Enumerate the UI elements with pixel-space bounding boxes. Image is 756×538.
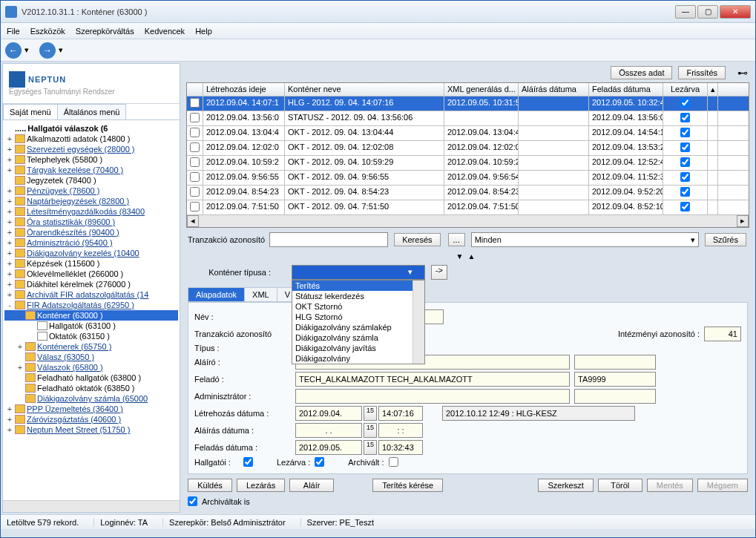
sender-code-input[interactable] bbox=[574, 372, 656, 387]
tree-item[interactable]: +Adminisztráció (95400 ) bbox=[4, 237, 178, 248]
tree-scrollbar[interactable] bbox=[3, 500, 180, 512]
row-closed-checkbox[interactable] bbox=[680, 113, 690, 122]
tree-item[interactable]: +Konténerek (65750 ) bbox=[4, 341, 178, 352]
tree-item[interactable]: Diákigazolvány számla (65000 bbox=[4, 393, 178, 404]
type-option[interactable]: Státusz lekerdezés bbox=[292, 291, 424, 301]
table-row[interactable]: 2012.09.04. 9:56:55OKT - 2012. 09. 04. 9… bbox=[187, 171, 749, 186]
menu-favorites[interactable]: Kedvencek bbox=[145, 27, 185, 36]
sent-date-input[interactable] bbox=[295, 440, 362, 455]
col-scroll-up[interactable]: ▴ bbox=[708, 83, 718, 96]
refresh-button[interactable]: Frissítés bbox=[678, 66, 726, 79]
type-apply-button[interactable]: -> bbox=[431, 265, 447, 280]
tree-item[interactable]: +Diákigazolvány kezelés (10400 bbox=[4, 248, 178, 258]
tab-xml[interactable]: XML bbox=[244, 287, 277, 302]
tree-item[interactable]: +Képzések (115600 ) bbox=[4, 258, 178, 269]
close-container-button[interactable]: Lezárás bbox=[237, 479, 285, 492]
tree-item[interactable]: Oktatók (63150 ) bbox=[4, 331, 178, 341]
tree[interactable]: .....Hallgatói válaszok (6 +Alkalmazotti… bbox=[3, 120, 180, 500]
signed-date-picker-icon[interactable]: 15 bbox=[364, 423, 377, 438]
archived-too-checkbox[interactable] bbox=[188, 496, 197, 506]
archived-checkbox[interactable] bbox=[389, 457, 398, 467]
table-row[interactable]: 2012.09.04. 10:59:2OKT - 2012. 09. 04. 1… bbox=[187, 156, 749, 171]
col-closed[interactable]: Lezárva bbox=[663, 83, 708, 96]
row-checkbox[interactable] bbox=[190, 142, 200, 152]
col-checkbox[interactable] bbox=[187, 83, 203, 96]
minimize-button[interactable]: — bbox=[675, 5, 696, 19]
table-row[interactable]: 2012.09.04. 14:07:1HLG - 2012. 09. 04. 1… bbox=[187, 96, 749, 111]
row-closed-checkbox[interactable] bbox=[680, 142, 690, 152]
spread-button[interactable]: Terítés kérése bbox=[372, 479, 443, 492]
filter-button[interactable]: Szűrés bbox=[705, 233, 746, 246]
tree-item[interactable]: Jegyzetek (78400 ) bbox=[4, 175, 178, 186]
tree-item[interactable]: +Naptárbejegyzések (82800 ) bbox=[4, 196, 178, 206]
row-checkbox[interactable] bbox=[190, 172, 200, 182]
type-option[interactable]: Terítés bbox=[292, 281, 424, 291]
col-created[interactable]: Létrehozás ideje bbox=[203, 83, 285, 96]
menu-file[interactable]: File bbox=[7, 27, 20, 36]
row-closed-checkbox[interactable] bbox=[680, 98, 690, 108]
signer-code-input[interactable] bbox=[574, 355, 656, 370]
nav-forward-icon[interactable]: → bbox=[39, 42, 56, 59]
created-date-picker-icon[interactable]: 15 bbox=[364, 406, 377, 421]
hscroll-right-icon[interactable]: ▸ bbox=[737, 215, 749, 227]
all-data-button[interactable]: Összes adat bbox=[611, 66, 672, 79]
tree-item[interactable]: +Létesítménygazdálkodás (83400 bbox=[4, 206, 178, 217]
row-closed-checkbox[interactable] bbox=[680, 128, 690, 137]
row-checkbox[interactable] bbox=[190, 128, 200, 137]
row-closed-checkbox[interactable] bbox=[680, 187, 690, 197]
student-checkbox[interactable] bbox=[243, 457, 253, 467]
save-button[interactable]: Mentés bbox=[647, 479, 693, 492]
tree-item[interactable]: +Záróvizsgáztatás (40600 ) bbox=[4, 414, 178, 424]
col-sent[interactable]: Feladás dátuma bbox=[589, 83, 663, 96]
created-time-input[interactable] bbox=[378, 406, 423, 421]
search-button[interactable]: Keresés bbox=[394, 233, 440, 246]
row-checkbox[interactable] bbox=[190, 113, 200, 122]
tab-basic-data[interactable]: Alapadatok bbox=[188, 287, 245, 302]
row-closed-checkbox[interactable] bbox=[680, 172, 690, 182]
tree-item[interactable]: +Neptun Meet Street (51750 ) bbox=[4, 424, 178, 435]
sign-button[interactable]: Aláír bbox=[289, 479, 334, 492]
maximize-button[interactable]: ▢ bbox=[697, 5, 718, 19]
tab-general-menu[interactable]: Általános menü bbox=[57, 104, 127, 119]
type-combo[interactable]: ▾ TerítésStátusz lekerdezésOKT SztornóHL… bbox=[292, 265, 425, 280]
tree-item[interactable]: +Válaszok (65800 ) bbox=[4, 362, 178, 373]
filter-select[interactable]: Minden▾ bbox=[471, 232, 699, 247]
tree-item[interactable]: +Óra statisztikák (89600 ) bbox=[4, 217, 178, 227]
tab-own-menu[interactable]: Saját menü bbox=[3, 104, 58, 119]
tree-item[interactable]: Hallgatók (63100 ) bbox=[4, 321, 178, 331]
tree-item[interactable]: +Órarendkészítés (90400 ) bbox=[4, 227, 178, 237]
type-option[interactable]: Diákigazolvány javítás bbox=[292, 343, 424, 353]
menu-tools[interactable]: Eszközök bbox=[30, 27, 65, 36]
type-option[interactable]: OKT Sztornó bbox=[292, 301, 424, 312]
table-row[interactable]: 2012.09.04. 8:54:23OKT - 2012. 09. 04. 8… bbox=[187, 186, 749, 200]
sent-date-picker-icon[interactable]: 15 bbox=[364, 440, 377, 455]
delete-button[interactable]: Töröl bbox=[598, 479, 642, 492]
col-signed[interactable]: Aláírás dátuma bbox=[519, 83, 589, 96]
grid-hscroll[interactable]: ◂ ▸ bbox=[187, 215, 749, 227]
tree-item[interactable]: +Szervezeti egységek (28000 ) bbox=[4, 144, 178, 154]
send-button[interactable]: Küldés bbox=[188, 479, 232, 492]
sent-time-input[interactable] bbox=[378, 440, 423, 455]
type-option[interactable]: HLG Sztornó bbox=[292, 312, 424, 322]
search-more-button[interactable]: ... bbox=[448, 233, 465, 246]
row-checkbox[interactable] bbox=[190, 202, 200, 211]
table-row[interactable]: 2012.09.04. 13:56:0STATUSZ - 2012. 09. 0… bbox=[187, 111, 749, 126]
row-checkbox[interactable] bbox=[190, 187, 200, 197]
hscroll-left-icon[interactable]: ◂ bbox=[187, 215, 199, 227]
row-closed-checkbox[interactable] bbox=[680, 202, 690, 211]
tree-item[interactable]: +Alkalmazotti adatok (14800 ) bbox=[4, 134, 178, 144]
type-option[interactable]: Diákigazolvány számla bbox=[292, 332, 424, 343]
nav-back-icon[interactable]: ← bbox=[5, 42, 22, 59]
edit-button[interactable]: Szerkeszt bbox=[538, 479, 593, 492]
closed-checkbox[interactable] bbox=[315, 457, 324, 467]
admin-code-input[interactable] bbox=[574, 389, 656, 404]
row-closed-checkbox[interactable] bbox=[680, 157, 690, 167]
tree-item[interactable]: +Pénzügyek (78600 ) bbox=[4, 186, 178, 196]
tree-item-selected[interactable]: -Konténer (63000 ) bbox=[4, 310, 178, 321]
tree-item[interactable]: +Oklevélmelléklet (266000 ) bbox=[4, 269, 178, 279]
nav-forward-drop[interactable]: ▾ bbox=[59, 45, 63, 55]
tree-item[interactable]: -FIR Adatszolgáltatás (62950 ) bbox=[4, 300, 178, 310]
menu-help[interactable]: Help bbox=[195, 27, 212, 36]
row-checkbox[interactable] bbox=[190, 98, 200, 108]
search-input[interactable] bbox=[269, 232, 388, 247]
